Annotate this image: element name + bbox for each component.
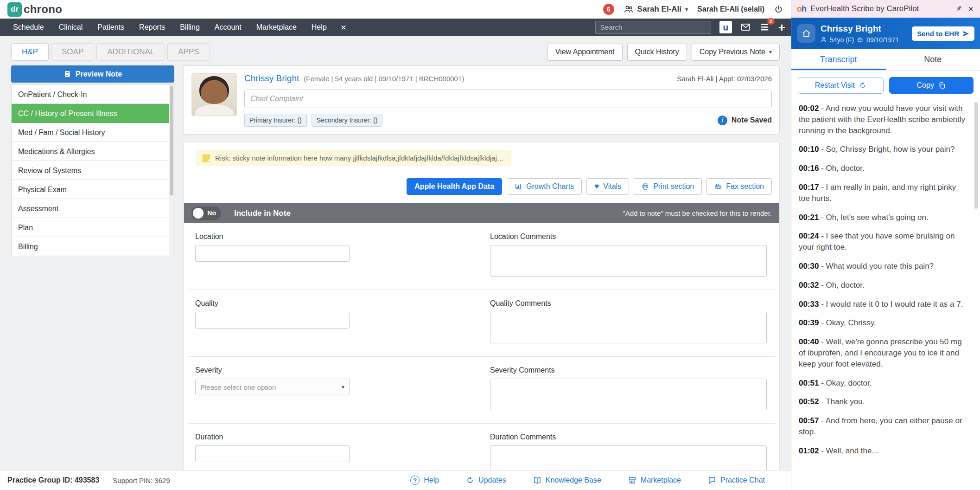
plus-icon[interactable]: + — [778, 21, 785, 33]
severity-comments-input[interactable] — [490, 379, 767, 410]
sidebar-section-item[interactable]: Billing — [12, 237, 174, 256]
location-input[interactable] — [195, 245, 350, 262]
severity-select[interactable]: Please select one option ▾ — [195, 379, 350, 395]
location-comments-input[interactable] — [490, 245, 767, 277]
sidebar-section-item[interactable]: OnPatient / Check-In — [12, 85, 174, 104]
view-appointment-button[interactable]: View Appointment — [547, 44, 623, 61]
footer-link-marketplace[interactable]: Marketplace — [628, 476, 681, 484]
sidebar-section-item[interactable]: Plan — [12, 218, 174, 237]
include-toggle[interactable]: No — [191, 206, 221, 220]
patient-name-link[interactable]: Chrissy Bright — [244, 73, 299, 84]
pin-icon[interactable] — [955, 5, 963, 13]
nav-item[interactable]: Help — [304, 19, 334, 36]
sidebar-scrollbar[interactable] — [169, 85, 174, 256]
scribe-close-icon[interactable]: × — [967, 4, 974, 14]
note-type-tab[interactable]: ADDITIONAL — [96, 43, 165, 61]
quality-input[interactable] — [195, 312, 350, 329]
footer-link-practice-chat[interactable]: Practice Chat — [708, 476, 765, 484]
duration-comments-input[interactable] — [490, 445, 767, 470]
sidebar-section-item[interactable]: Med / Fam / Social History — [12, 123, 174, 142]
copy-previous-note-button[interactable]: Copy Previous Note▾ — [692, 44, 780, 61]
info-icon[interactable]: i — [718, 116, 727, 125]
scribe-patient-age: 54yo (F) — [830, 36, 854, 44]
transcript-separator: - — [819, 379, 826, 387]
search-input[interactable] — [595, 21, 711, 34]
tasks-menu-icon[interactable]: 2 — [759, 22, 770, 32]
include-in-note-bar: No Include in Note "Add to note" must be… — [184, 203, 779, 223]
nav-item[interactable]: Clinical — [51, 19, 90, 36]
transcript-separator: - — [819, 318, 826, 327]
transcript-entry: 00:39 - Okay, Chrissy. — [799, 317, 969, 329]
note-type-tab[interactable]: APPS — [167, 43, 210, 61]
sidebar-section-item[interactable]: CC / History of Present Illness — [12, 104, 174, 123]
section-sidebar: Preview Note OnPatient / Check-InCC / Hi… — [11, 65, 174, 256]
transcript-text: Oh, doctor. — [826, 281, 865, 290]
duration-input[interactable] — [195, 445, 350, 462]
nav-item[interactable]: Billing — [172, 19, 207, 36]
scribe-tab[interactable]: Transcript — [791, 49, 886, 70]
nav-item[interactable]: Account — [207, 19, 249, 36]
transcript-entry: 00:51 - Okay, doctor. — [799, 378, 969, 389]
sticky-note[interactable]: Risk: sticky note information here how m… — [196, 150, 511, 166]
mail-icon[interactable] — [740, 22, 751, 32]
transcript-timestamp: 00:30 — [799, 262, 819, 271]
nav-close-icon[interactable]: × — [334, 22, 353, 33]
apple-health-button[interactable]: Apple Health App Data — [407, 178, 502, 195]
scribe-tab[interactable]: Note — [886, 49, 980, 70]
home-icon[interactable] — [797, 24, 815, 43]
main-nav: ScheduleClinicalPatientsReportsBillingAc… — [0, 19, 791, 36]
send-to-ehr-button[interactable]: Send to EHR — [912, 26, 974, 41]
main-column: dr chrono 6 Sarah El-Ali ▾ Sarah El-Ali … — [0, 0, 791, 490]
primary-insurer-chip[interactable]: Primary Insurer: () — [244, 114, 307, 127]
nav-item[interactable]: Patients — [90, 19, 132, 36]
transcript-entry: 00:16 - Oh, doctor. — [799, 163, 969, 174]
growth-charts-button[interactable]: Growth Charts — [507, 178, 582, 195]
toggle-state-label: No — [207, 209, 216, 217]
tasks-count-badge: 2 — [767, 18, 775, 25]
transcript-list[interactable]: 00:02 - And now you would have your visi… — [791, 98, 980, 490]
toggle-knob — [193, 208, 204, 219]
sidebar-section-item[interactable]: Physical Exam — [12, 180, 174, 199]
copy-transcript-button[interactable]: Copy — [889, 77, 974, 94]
notification-badge[interactable]: 6 — [603, 4, 614, 15]
nav-item[interactable]: Reports — [132, 19, 172, 36]
fax-section-button[interactable]: Fax section — [706, 178, 772, 195]
patient-info: Chrissy Bright (Female | 54 years old | … — [244, 73, 772, 127]
secondary-insurer-chip[interactable]: Secondary Insurer: () — [312, 114, 383, 127]
sidebar-section-item[interactable]: Assessment — [12, 199, 174, 218]
quick-history-button[interactable]: Quick History — [627, 44, 687, 61]
patient-header-row: Chrissy Bright (Female | 54 years old | … — [244, 73, 772, 84]
transcript-timestamp: 00:10 — [799, 145, 819, 154]
footer-link-knowledge-base[interactable]: Knowledge Base — [533, 476, 601, 484]
nav-item[interactable]: Marketplace — [249, 19, 304, 36]
sidebar-scrollbar-thumb[interactable] — [170, 86, 173, 195]
sidebar-section-item[interactable]: Review of Systems — [12, 161, 174, 180]
preview-note-button[interactable]: Preview Note — [11, 65, 174, 83]
transcript-entry: 00:32 - Oh, doctor. — [799, 280, 969, 291]
transcript-scrollbar[interactable] — [974, 102, 978, 209]
transcript-text: Oh, doctor. — [826, 164, 865, 173]
copy-icon — [938, 82, 946, 89]
power-icon[interactable] — [774, 5, 783, 14]
vitals-button[interactable]: ♥ Vitals — [586, 178, 629, 195]
quality-comments-input[interactable] — [490, 312, 767, 343]
form-row-duration: Duration Duration Comments — [188, 424, 776, 470]
refresh-icon — [466, 476, 474, 484]
nav-item[interactable]: Schedule — [6, 19, 51, 36]
chief-complaint-input[interactable] — [244, 90, 772, 108]
updox-icon[interactable]: u — [719, 21, 732, 33]
footer-link-help[interactable]: ? Help — [410, 476, 439, 485]
paper-plane-icon — [962, 30, 969, 37]
transcript-text: Okay, doctor. — [826, 379, 872, 387]
restart-visit-button[interactable]: Restart Visit — [798, 77, 884, 94]
print-section-button[interactable]: Print section — [634, 178, 702, 195]
note-type-tab[interactable]: SOAP — [51, 43, 94, 61]
note-type-tab[interactable]: H&P — [11, 43, 49, 61]
sidebar-section-item[interactable]: Medications & Allergies — [12, 142, 174, 161]
transcript-text: Well, and the... — [826, 446, 878, 455]
user-menu[interactable]: Sarah El-Ali ▾ — [624, 4, 688, 14]
transcript-separator: - — [819, 281, 826, 290]
footer-link-updates[interactable]: Updates — [466, 476, 506, 484]
transcript-entry: 00:02 - And now you would have your visi… — [799, 103, 969, 136]
note-panel: Risk: sticky note information here how m… — [184, 142, 780, 470]
